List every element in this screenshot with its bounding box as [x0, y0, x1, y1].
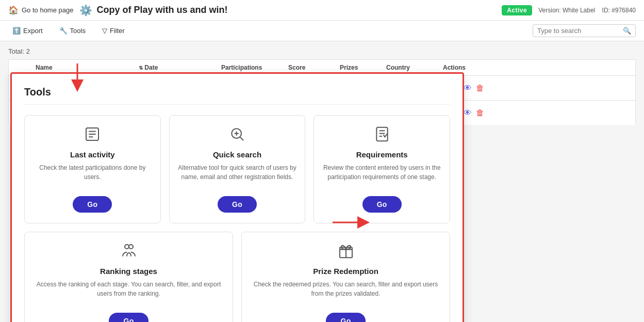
- tools-label: Tools: [70, 27, 86, 35]
- requirements-icon: [322, 126, 441, 146]
- ranking-stages-go-button[interactable]: Go: [109, 313, 148, 322]
- prize-redemption-icon: [250, 243, 441, 263]
- tools-icon: 🔧: [59, 27, 68, 35]
- view-button[interactable]: 👁: [464, 108, 472, 118]
- svg-rect-9: [376, 127, 387, 141]
- requirements-title: Requirements: [322, 150, 441, 159]
- svg-point-14: [129, 245, 133, 249]
- tools-grid-top: Last activity Check the latest participa…: [24, 115, 450, 223]
- quick-search-icon: [178, 126, 297, 146]
- campaign-title-text: Copy of Play with us and win!: [96, 5, 227, 15]
- requirements-desc: Review the content entered by users in t…: [322, 163, 441, 188]
- svg-line-6: [240, 137, 243, 140]
- filter-button[interactable]: ▽ Filter: [98, 25, 129, 37]
- tool-card-prize-redemption: Prize Redemption Check the redeemed priz…: [241, 232, 450, 322]
- top-bar: 🏠 Go to home page ⚙️ Copy of Play with u…: [0, 0, 644, 21]
- filter-label: Filter: [110, 27, 125, 35]
- tools-panel-title: Tools: [24, 86, 450, 105]
- col-participations: Participations: [221, 64, 288, 71]
- col-country: Country: [386, 64, 443, 71]
- prize-redemption-go-button[interactable]: Go: [326, 313, 365, 322]
- search-box: 🔍: [533, 24, 636, 37]
- search-icon: 🔍: [623, 27, 631, 35]
- action-bar-left: ⬆️ Export 🔧 Tools ▽ Filter: [8, 25, 129, 37]
- export-icon: ⬆️: [12, 27, 21, 35]
- prize-redemption-title: Prize Redemption: [250, 267, 441, 276]
- col-prizes: Prizes: [340, 64, 386, 71]
- delete-button[interactable]: 🗑: [476, 108, 484, 118]
- prize-redemption-desc: Check the redeemed prizes. You can searc…: [250, 280, 441, 304]
- tools-button[interactable]: 🔧 Tools: [55, 25, 90, 37]
- col-name: Name: [36, 64, 139, 71]
- quick-search-title: Quick search: [178, 150, 297, 159]
- last-activity-title: Last activity: [33, 150, 152, 159]
- col-dot: [15, 64, 36, 71]
- action-bar: ⬆️ Export 🔧 Tools ▽ Filter 🔍: [0, 21, 644, 41]
- col-actions: Actions: [443, 64, 505, 71]
- home-link-text: Go to home page: [22, 6, 73, 14]
- ranking-stages-desc: Access the ranking of each stage. You ca…: [33, 280, 224, 304]
- home-link[interactable]: 🏠 Go to home page: [8, 5, 73, 15]
- tool-card-requirements: Requirements Review the content entered …: [313, 115, 450, 223]
- home-icon: 🏠: [8, 5, 19, 15]
- filter-icon: ▽: [102, 27, 107, 35]
- view-button[interactable]: 👁: [464, 84, 472, 93]
- active-badge: Active: [502, 5, 532, 15]
- tool-card-ranking-stages: Ranking stages Access the ranking of eac…: [24, 232, 233, 322]
- requirements-go-button[interactable]: Go: [362, 196, 402, 213]
- total-label: Total: 2: [8, 47, 636, 55]
- export-label: Export: [23, 27, 43, 35]
- tools-grid-bottom: Ranking stages Access the ranking of eac…: [24, 232, 450, 322]
- top-bar-left: 🏠 Go to home page ⚙️ Copy of Play with u…: [8, 4, 227, 17]
- svg-point-13: [125, 245, 129, 249]
- search-input[interactable]: [537, 27, 620, 35]
- campaign-title: ⚙️ Copy of Play with us and win!: [79, 4, 227, 17]
- campaign-icon: ⚙️: [79, 4, 92, 17]
- col-date: ⇅ Date: [139, 64, 221, 71]
- ranking-stages-title: Ranking stages: [33, 267, 224, 276]
- quick-search-desc: Alternative tool for quick search of use…: [178, 163, 297, 188]
- tools-panel: Tools Last activity Check the latest par…: [10, 72, 464, 322]
- tool-card-quick-search: Quick search Alternative tool for quick …: [169, 115, 306, 223]
- tool-card-last-activity: Last activity Check the latest participa…: [24, 115, 161, 223]
- ranking-stages-icon: [33, 243, 224, 263]
- version-info: Version: White Label ID: #976840: [538, 7, 636, 14]
- col-score: Score: [288, 64, 340, 71]
- last-activity-go-button[interactable]: Go: [73, 196, 112, 213]
- delete-button[interactable]: 🗑: [476, 84, 484, 93]
- export-button[interactable]: ⬆️ Export: [8, 25, 47, 37]
- quick-search-go-button[interactable]: Go: [218, 196, 257, 213]
- last-activity-desc: Check the latest participations done by …: [33, 163, 152, 188]
- top-bar-right: Active Version: White Label ID: #976840: [502, 5, 636, 15]
- content-area: Total: 2 Name ⇅ Date Participations Scor…: [0, 41, 644, 322]
- last-activity-icon: [33, 126, 152, 146]
